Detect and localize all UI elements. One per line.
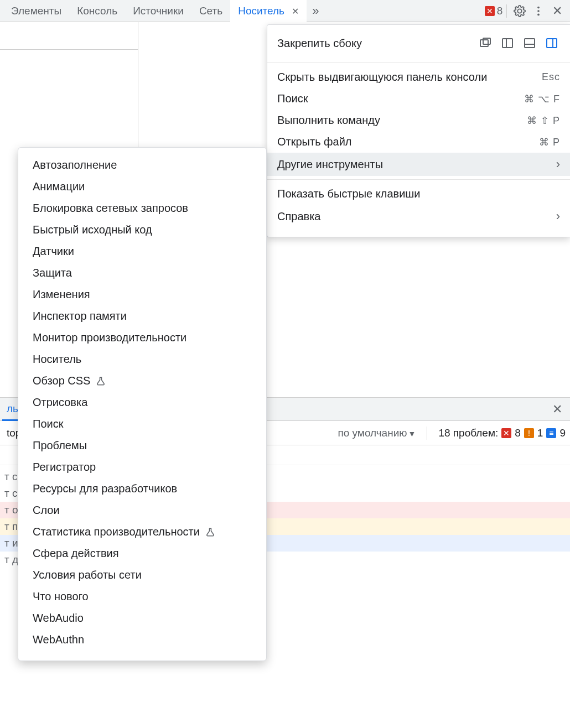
more-tools-item[interactable]: Слои: [18, 500, 266, 521]
svg-point-2: [537, 13, 540, 15]
more-tools-item[interactable]: Защита: [18, 262, 266, 284]
menu-hide-drawer[interactable]: Скрыть выдвигающуюся панель консоли Esc: [267, 66, 570, 88]
more-tools-item[interactable]: Анимации: [18, 176, 266, 197]
errors-button[interactable]: ✕ 8: [484, 2, 503, 20]
dock-undock-button[interactable]: [477, 35, 494, 51]
shortcut-text: ⌘ P: [539, 136, 560, 148]
close-icon[interactable]: ✕: [292, 7, 299, 16]
tab-elements[interactable]: Элементы: [3, 0, 69, 22]
dock-side-label: Закрепить сбоку: [277, 37, 477, 50]
kebab-icon: [532, 5, 545, 17]
more-tools-item-label: Ресурсы для разработчиков: [33, 482, 177, 495]
dock-left-icon: [501, 37, 514, 50]
more-tools-item[interactable]: Датчики: [18, 241, 266, 262]
tab-sources[interactable]: Источники: [125, 0, 191, 22]
svg-point-0: [537, 6, 540, 8]
more-tools-item[interactable]: Блокировка сетевых запросов: [18, 197, 266, 219]
more-tools-item-label: Регистратор: [33, 461, 96, 474]
more-tools-item[interactable]: Автозаполнение: [18, 154, 266, 176]
more-tools-item-label: Блокировка сетевых запросов: [33, 202, 188, 215]
flask-icon: [205, 527, 215, 537]
more-tools-item-label: Автозаполнение: [33, 159, 117, 171]
chevron-right-icon: ›: [556, 209, 560, 223]
more-tools-item-label: Защита: [33, 267, 72, 279]
more-tools-item-label: Обзор CSS: [33, 375, 90, 387]
shortcut-text: ⌘ ⌥ F: [524, 93, 560, 105]
menu-search[interactable]: Поиск ⌘ ⌥ F: [267, 88, 570, 110]
more-tools-item-label: Сфера действия: [33, 547, 119, 560]
error-count: 8: [497, 5, 503, 17]
more-tools-item[interactable]: Обзор CSS: [18, 370, 266, 392]
svg-rect-3: [480, 40, 488, 46]
dock-bottom-button[interactable]: [521, 35, 538, 51]
error-icon: ✕: [485, 6, 495, 16]
close-devtools-button[interactable]: ✕: [548, 2, 567, 20]
more-tools-item[interactable]: Отрисовка: [18, 392, 266, 413]
more-tools-item-label: Носитель: [33, 353, 81, 366]
more-tools-item-label: Условия работы сети: [33, 569, 142, 581]
shortcut-text: Esc: [542, 71, 560, 83]
more-tools-item[interactable]: Изменения: [18, 284, 266, 305]
dock-left-button[interactable]: [499, 35, 516, 51]
svg-rect-4: [483, 38, 490, 44]
more-tools-item[interactable]: Инспектор памяти: [18, 305, 266, 327]
tab-media[interactable]: Носитель ✕: [230, 0, 307, 22]
divider: [427, 427, 427, 440]
svg-rect-5: [502, 39, 512, 48]
more-tools-item-label: Быстрый исходный код: [33, 223, 152, 236]
svg-rect-7: [525, 39, 535, 48]
menu-more-tools[interactable]: Другие инструменты ›: [267, 153, 570, 176]
more-tools-item[interactable]: Что нового: [18, 586, 266, 607]
more-tools-item-label: Инспектор памяти: [33, 310, 127, 323]
dock-right-button[interactable]: [543, 35, 560, 51]
menu-help[interactable]: Справка ›: [267, 205, 570, 228]
more-tools-item[interactable]: Носитель: [18, 349, 266, 370]
more-tools-item[interactable]: Поиск: [18, 413, 266, 435]
svg-point-1: [537, 10, 540, 12]
gear-icon: [514, 5, 526, 17]
more-tools-item[interactable]: Быстрый исходный код: [18, 219, 266, 241]
more-tools-item-label: Монитор производительности: [33, 331, 186, 344]
more-tools-item-label: Слои: [33, 504, 60, 517]
svg-rect-9: [547, 39, 557, 48]
more-tools-item-label: Поиск: [33, 418, 63, 430]
more-tools-item[interactable]: Сфера действия: [18, 543, 266, 564]
menu-run-command[interactable]: Выполнить команду ⌘ ⇧ P: [267, 110, 570, 131]
more-tools-submenu: АвтозаполнениеАнимацииБлокировка сетевых…: [18, 147, 267, 661]
chevron-right-icon: ›: [556, 157, 560, 171]
divider: [506, 4, 507, 18]
tab-console[interactable]: Консоль: [69, 0, 125, 22]
menu-shortcuts[interactable]: Показать быстрые клавиши: [267, 183, 570, 205]
menu-open-file[interactable]: Открыть файл ⌘ P: [267, 131, 570, 153]
warning-icon: !: [524, 428, 534, 438]
drawer-close-button[interactable]: ✕: [547, 402, 568, 417]
issues-label: 18 проблем:: [438, 427, 498, 439]
menu-separator: [267, 63, 570, 63]
more-tools-item-label: Анимации: [33, 180, 85, 193]
overflow-tabs-button[interactable]: »: [307, 4, 324, 18]
more-tools-item[interactable]: WebAudio: [18, 607, 266, 629]
more-tools-item[interactable]: Проблемы: [18, 435, 266, 456]
log-level-selector[interactable]: по умолчанию▼: [338, 427, 416, 439]
menu-separator: [267, 179, 570, 180]
issues-summary[interactable]: 18 проблем: ✕8 !1 ≡9: [438, 427, 566, 439]
chevron-down-icon: ▼: [408, 429, 416, 438]
close-icon: ✕: [552, 4, 562, 18]
dock-right-icon: [545, 37, 558, 50]
settings-button[interactable]: [510, 2, 529, 20]
kebab-menu-button[interactable]: [529, 2, 548, 20]
more-tools-item[interactable]: Регистратор: [18, 456, 266, 478]
more-tools-item[interactable]: Ресурсы для разработчиков: [18, 478, 266, 500]
dock-bottom-icon: [523, 37, 536, 50]
info-icon: ≡: [546, 428, 556, 438]
more-tools-item[interactable]: Статистика производительности: [18, 521, 266, 543]
tab-media-label: Носитель: [238, 5, 284, 17]
devtools-tabbar: Элементы Консоль Источники Сеть Носитель…: [0, 0, 570, 22]
more-tools-item-label: Проблемы: [33, 439, 87, 452]
tab-network[interactable]: Сеть: [191, 0, 230, 22]
more-tools-item[interactable]: WebAuthn: [18, 629, 266, 651]
dock-undock-icon: [479, 37, 492, 50]
more-tools-item-label: Изменения: [33, 288, 90, 301]
more-tools-item[interactable]: Монитор производительности: [18, 327, 266, 349]
more-tools-item[interactable]: Условия работы сети: [18, 564, 266, 586]
